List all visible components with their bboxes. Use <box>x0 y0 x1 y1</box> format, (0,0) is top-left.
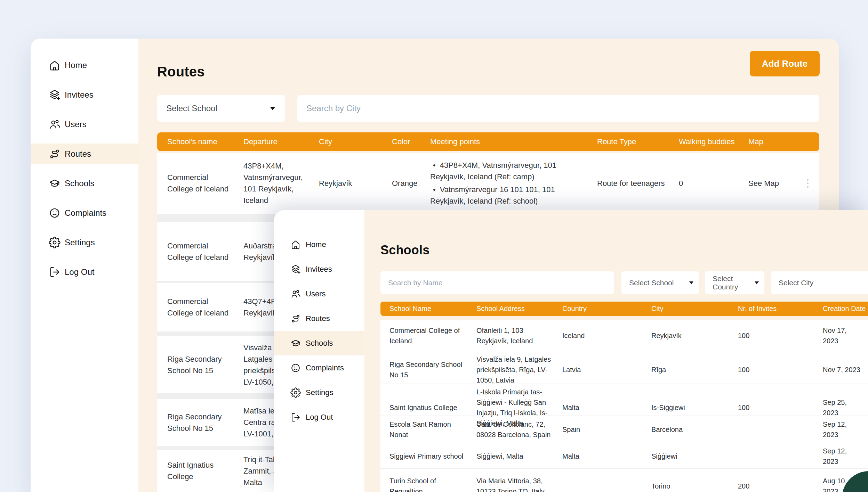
column-header: School's name <box>157 137 239 146</box>
overlay-sidebar-item-invitees[interactable]: Invitees <box>274 257 364 281</box>
cell-school-name: Saint Ignatius College <box>157 456 239 486</box>
logout-icon <box>290 412 301 423</box>
sidebar-item-schools[interactable]: Schools <box>31 173 138 194</box>
column-header: School Address <box>473 305 559 313</box>
schools-icon <box>49 178 61 189</box>
search-by-name-input[interactable] <box>380 279 614 287</box>
cell-school-address: Ofanleiti 1, 103 Reykjavík, Iceland <box>473 322 559 349</box>
column-header: Map <box>744 137 796 146</box>
cell-school-address: Carr. de Collblanc, 72, 08028 Barcelona,… <box>473 416 559 443</box>
page-title: Schools <box>380 243 868 257</box>
search-by-city-input[interactable] <box>297 104 819 113</box>
column-header: Nr. of Invites <box>734 305 819 313</box>
cell-city: Rīga <box>648 362 734 378</box>
cell-invites: 100 <box>734 328 819 344</box>
overlay-sidebar-item-routes[interactable]: Routes <box>274 306 364 331</box>
select-school-value: Select School <box>629 279 674 287</box>
column-header: School Name <box>380 305 473 313</box>
routes-icon <box>49 148 61 160</box>
cell-country: Iceland <box>559 328 648 344</box>
cell-city: Is-Siġġiewi <box>648 400 734 416</box>
column-header: Route Type <box>593 137 675 146</box>
caret-down-icon <box>270 107 275 110</box>
see-map-link[interactable]: See Map <box>748 179 779 188</box>
sidebar-item-label: Routes <box>306 314 330 323</box>
schools-icon <box>290 338 301 348</box>
overlay-sidebar-item-schools[interactable]: Schools <box>274 331 364 355</box>
cell-color: Orange <box>388 174 426 192</box>
cell-school-name: Commercial College of Iceland <box>157 237 239 266</box>
cell-invites: 200 <box>734 478 819 492</box>
cell-school-address: Siġġiewi, Malta <box>473 448 559 464</box>
meeting-point: 43P8+X4M, Vatnsmýrarvegur, 101 Reykjavík… <box>430 159 588 182</box>
logout-icon <box>49 266 61 278</box>
cell-school-name: Turin School of Regualtion <box>380 473 473 492</box>
sidebar-item-logout[interactable]: Log Out <box>31 262 138 282</box>
settings-icon <box>290 387 301 398</box>
row-menu-kebab-icon[interactable] <box>796 175 819 191</box>
overlay-sidebar-item-users[interactable]: Users <box>274 281 364 306</box>
overlay-sidebar-item-logout[interactable]: Log Out <box>274 405 364 429</box>
overlay-sidebar-item-settings[interactable]: Settings <box>274 380 364 405</box>
caret-down-icon <box>689 281 693 284</box>
column-header: Color <box>388 137 426 146</box>
table-row: Saint Ignatius College L-Iskola Primarja… <box>380 384 868 416</box>
select-country-dropdown[interactable]: Select Country <box>705 271 764 294</box>
overlay-sidebar-item-home[interactable]: Home <box>274 232 364 257</box>
select-school-dropdown[interactable]: Select School <box>157 95 285 122</box>
schools-page: Schools Select School Select Country Sel… <box>364 210 868 492</box>
cell-creation-date: Nov 17, 2023 <box>819 322 868 349</box>
sidebar-item-invitees[interactable]: Invitees <box>31 84 138 105</box>
cell-invites: 100 <box>734 400 819 416</box>
sidebar-item-complaints[interactable]: Complaints <box>31 203 138 223</box>
routes-filters: Select School <box>157 95 819 122</box>
complaints-icon <box>49 207 61 219</box>
home-icon <box>290 239 301 250</box>
cell-walking-buddies: 0 <box>675 174 744 192</box>
sidebar-item-home[interactable]: Home <box>31 55 138 76</box>
cell-school-address: Via Maria Vittoria, 38, 10123 Torino TO,… <box>473 473 559 492</box>
caret-down-icon <box>755 281 759 284</box>
cell-school-name: Commercial College of Iceland <box>380 322 473 349</box>
sidebar-item-label: Complaints <box>306 363 344 372</box>
complaints-icon <box>290 363 301 373</box>
users-icon <box>49 118 61 130</box>
sidebar-item-label: Invitees <box>306 265 332 274</box>
cell-city: Reykjavík <box>648 328 734 344</box>
overlay-sidebar-item-complaints[interactable]: Complaints <box>274 355 364 380</box>
cell-school-name: Riga Secondary School No 15 <box>380 356 473 383</box>
table-row: Escola Sant Ramon Nonat Carr. de Collbla… <box>380 416 868 443</box>
cell-country: Malta <box>559 400 648 416</box>
search-by-name-box <box>380 271 614 294</box>
routes-icon <box>290 313 301 324</box>
sidebar-item-settings[interactable]: Settings <box>31 232 138 253</box>
cell-meeting-points: 43P8+X4M, Vatnsmýrarvegur, 101 Reykjavík… <box>426 155 593 212</box>
add-route-button[interactable]: Add Route <box>750 51 820 76</box>
sidebar-item-routes[interactable]: Routes <box>31 144 138 164</box>
sidebar-item-label: Users <box>306 289 326 298</box>
cell-school-name: Commercial College of Iceland <box>157 168 239 198</box>
cell-invites: 100 <box>734 362 819 378</box>
column-header: Country <box>559 305 648 313</box>
sidebar-item-label: Invitees <box>65 90 94 100</box>
sidebar-item-label: Settings <box>306 388 333 397</box>
sidebar: Home Invitees Users Routes Schools Compl… <box>31 39 138 492</box>
cell-city: Reykjavík <box>315 174 388 192</box>
schools-table-body: Commercial College of Iceland Ofanleiti … <box>380 320 868 492</box>
sidebar-item-label: Log Out <box>306 413 333 422</box>
sidebar-item-label: Home <box>65 60 87 70</box>
column-header: Meeting points <box>426 137 593 146</box>
select-city-dropdown[interactable]: Select City <box>771 271 868 294</box>
cell-city: Torino <box>648 478 734 492</box>
sidebar-item-users[interactable]: Users <box>31 114 138 135</box>
cell-departure: 43P8+X4M, Vatnsmýrarvegur, 101 Reykjavík… <box>239 157 315 210</box>
cell-invites <box>734 453 819 459</box>
table-row: Riga Secondary School No 15 Visvalža iel… <box>380 351 868 384</box>
cell-invites <box>734 427 819 432</box>
routes-table-header: School's name Departure City Color Meeti… <box>157 132 819 151</box>
sidebar-item-label: Home <box>306 240 326 249</box>
schools-filters: Select School Select Country Select City <box>380 271 868 294</box>
cell-country: Latvia <box>559 362 648 378</box>
select-school-dropdown[interactable]: Select School <box>621 271 699 294</box>
column-header: Walking buddies <box>675 137 744 146</box>
